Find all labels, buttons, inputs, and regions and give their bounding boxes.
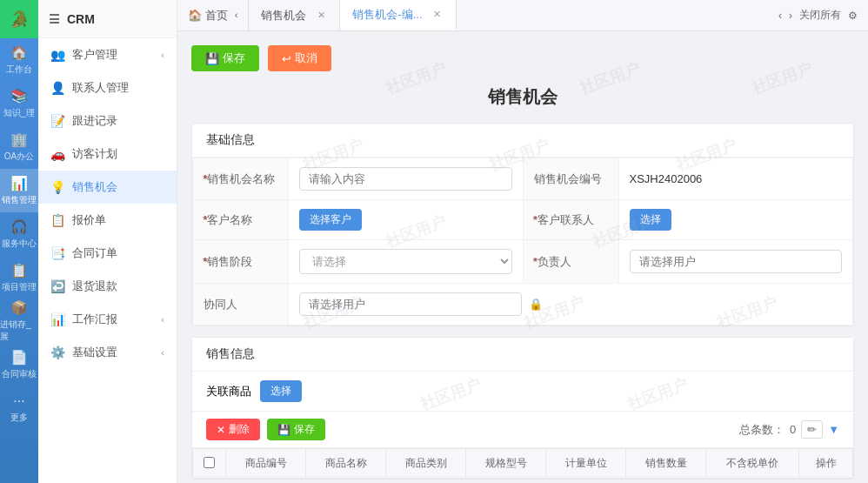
hamburger-icon[interactable]: ☰: [49, 12, 60, 26]
partner-value: 🔒: [289, 284, 853, 325]
sidebar-item-basic-settings[interactable]: ⚙️ 基础设置 ‹: [38, 336, 177, 369]
sales-opp-icon: 💡: [50, 180, 65, 194]
opp-code-text: XSJH2402006: [630, 172, 703, 185]
opp-code-value: XSJH2402006: [618, 158, 853, 200]
table-actions: ✕ 删除 💾 保存 总条数： 0 ✏ ▼: [192, 412, 853, 448]
sales-info-card: 销售信息 关联商品 选择 ✕ 删除 💾 保存 总条数： 0: [191, 337, 854, 480]
partner-input[interactable]: [299, 292, 522, 316]
sidebar-item-contact-mgmt[interactable]: 👤 联系人管理: [38, 71, 177, 104]
toolbar: 💾 保存 ↩ 取消: [191, 45, 854, 71]
tab-sales-opp-edit-close[interactable]: ✕: [431, 9, 444, 21]
col-spec-model: 规格型号: [466, 449, 546, 479]
col-product-category: 商品类别: [386, 449, 466, 479]
nav-next-icon[interactable]: ›: [789, 10, 792, 22]
oa-icon: 🏢: [10, 131, 28, 148]
sidebar-item-quotation[interactable]: 📋 报价单: [38, 204, 177, 237]
sidebar-item-sales-opportunity[interactable]: 💡 销售机会: [38, 171, 177, 204]
table-save-button[interactable]: 💾 保存: [267, 419, 325, 440]
sidebar-icon-workbench[interactable]: 🏠 工作台: [0, 38, 38, 82]
sidebar-item-customer-mgmt[interactable]: 👥 客户管理 ‹: [38, 38, 177, 71]
nav-sidebar-header: ☰ CRM: [38, 0, 177, 38]
sales-info-header: 销售信息: [192, 338, 853, 372]
data-table-wrapper: 商品编号 商品名称 商品类别 规格型号 计量单位 销售数量 不含税单价 操作: [192, 448, 853, 479]
contract-review-icon: 📄: [10, 349, 28, 366]
tab-bar: 🏠 首页 ‹ 销售机会 ✕ 销售机会-编... ✕ ‹ › 关闭所有 ⚙: [177, 0, 868, 31]
sidebar-item-work-report[interactable]: 📊 工作汇报 ‹: [38, 303, 177, 336]
related-goods-row: 关联商品 选择: [192, 372, 853, 412]
customer-contact-value: 选择: [618, 200, 853, 240]
service-icon: 🎧: [10, 218, 28, 235]
lock-icon: 🔒: [529, 298, 543, 311]
save-button[interactable]: 💾 保存: [191, 45, 259, 71]
form-row-stage: **销售阶段 请选择 **负责人: [193, 240, 853, 284]
basic-info-form: **销售机会名称 销售机会编号 XSJH2402006 **客户名称: [192, 158, 853, 325]
edit-columns-icon[interactable]: ✏: [801, 420, 823, 439]
contract-order-label: 合同订单: [72, 245, 117, 261]
basic-settings-arrow: ‹: [161, 347, 164, 358]
workbench-label: 工作台: [6, 64, 32, 76]
page-title: 销售机会: [191, 85, 854, 109]
select-all-checkbox[interactable]: [204, 457, 215, 468]
total-label: 总条数：: [739, 422, 785, 438]
select-contact-button[interactable]: 选择: [630, 209, 671, 231]
follow-records-icon: 📝: [50, 114, 65, 128]
cancel-icon: ↩: [282, 52, 291, 65]
customer-mgmt-arrow: ‹: [161, 50, 164, 60]
related-goods-label: 关联商品: [206, 384, 251, 399]
table-header-row: 商品编号 商品名称 商品类别 规格型号 计量单位 销售数量 不含税单价 操作: [193, 449, 853, 479]
sales-stage-select[interactable]: 请选择: [299, 249, 512, 274]
tab-sales-opp-close[interactable]: ✕: [315, 10, 327, 22]
returns-icon: ↩️: [50, 279, 65, 293]
delete-button[interactable]: ✕ 删除: [206, 419, 260, 440]
form-row-partner: 协同人 🔒: [193, 284, 853, 325]
sidebar-item-returns[interactable]: ↩️ 退货退款: [38, 270, 177, 303]
nav-prev-icon[interactable]: ‹: [778, 10, 782, 22]
sidebar-icon-project[interactable]: 📋 项目管理: [0, 256, 38, 299]
inventory-icon: 📦: [10, 299, 28, 316]
customer-mgmt-label: 客户管理: [72, 47, 117, 63]
total-value: 0: [790, 423, 796, 436]
select-customer-button[interactable]: 选择客户: [299, 209, 362, 231]
settings-icon[interactable]: ⚙: [848, 10, 858, 22]
sidebar-icon-sales[interactable]: 📊 销售管理: [0, 169, 38, 212]
cancel-button[interactable]: ↩ 取消: [268, 45, 331, 71]
save-label: 保存: [223, 50, 245, 66]
form-row-customer: **客户名称 选择客户 **客户联系人 选择: [193, 200, 853, 240]
table-total: 总条数： 0 ✏ ▼: [739, 420, 839, 439]
select-goods-button[interactable]: 选择: [260, 380, 302, 402]
tab-home[interactable]: 🏠 首页 ‹: [177, 0, 249, 30]
sidebar-icon-service[interactable]: 🎧 服务中心: [0, 212, 38, 256]
delete-icon: ✕: [217, 424, 225, 436]
returns-label: 退货退款: [72, 278, 117, 294]
customer-mgmt-icon: 👥: [50, 48, 65, 62]
basic-settings-label: 基础设置: [72, 345, 117, 360]
col-action: 操作: [799, 449, 853, 479]
sidebar-item-contract-order[interactable]: 📑 合同订单: [38, 237, 177, 270]
inventory-label: 进销存_展: [0, 319, 38, 343]
app-logo: 🐊: [0, 0, 38, 38]
sidebar-icon-inventory[interactable]: 📦 进销存_展: [0, 299, 38, 343]
basic-info-card: 基础信息 **销售机会名称 销售机会编号 XSJH2402006: [191, 123, 854, 326]
sidebar-icon-oa[interactable]: 🏢 OA办公: [0, 125, 38, 169]
sales-label: 销售管理: [2, 194, 37, 206]
sidebar-icon-contract-review[interactable]: 📄 合同审核: [0, 343, 38, 386]
sales-opp-label: 销售机会: [72, 179, 117, 195]
close-all-label[interactable]: 关闭所有: [799, 8, 841, 23]
sidebar-icon-knowledge[interactable]: 📚 知识_理: [0, 82, 38, 125]
sidebar-item-follow-records[interactable]: 📝 跟进记录: [38, 104, 177, 138]
opp-name-input[interactable]: [299, 167, 512, 191]
tab-sales-opp[interactable]: 销售机会 ✕: [249, 0, 340, 30]
tab-sales-opp-edit[interactable]: 销售机会-编... ✕: [340, 0, 456, 30]
opp-name-label: **销售机会名称: [193, 158, 289, 200]
col-checkbox: [193, 449, 226, 479]
sidebar-icon-more[interactable]: ··· 更多: [0, 386, 38, 430]
workbench-icon: 🏠: [10, 44, 28, 61]
customer-name-value: 选择客户: [289, 200, 524, 240]
customer-name-label: **客户名称: [193, 200, 289, 240]
filter-icon[interactable]: ▼: [828, 423, 839, 436]
home-tab-label: 首页: [205, 8, 228, 23]
responsible-input[interactable]: [630, 250, 843, 273]
work-report-arrow: ‹: [161, 314, 164, 325]
more-icon: ···: [13, 393, 24, 409]
sidebar-item-visit-plan[interactable]: 🚗 访客计划: [38, 138, 177, 171]
